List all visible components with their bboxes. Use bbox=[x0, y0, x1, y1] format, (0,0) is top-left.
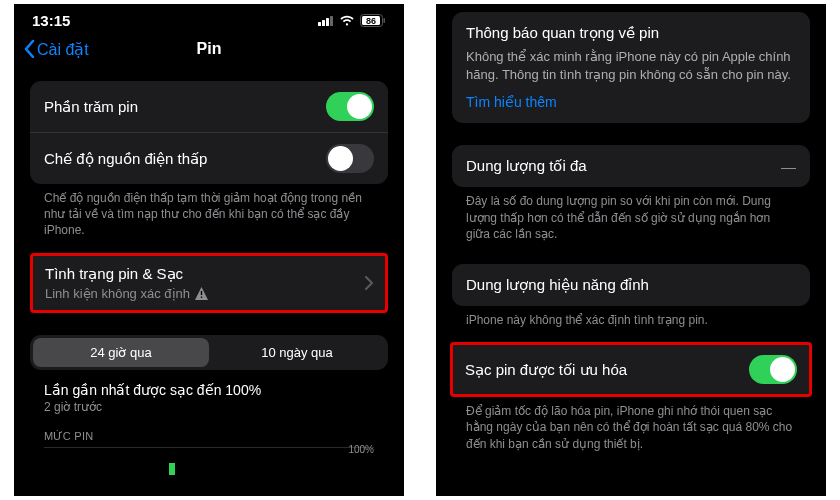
max-capacity-cell[interactable]: Dung lượng tối đa — bbox=[452, 145, 810, 187]
optimized-charging-footer: Để giảm tốc độ lão hóa pin, iPhone ghi n… bbox=[436, 397, 826, 452]
notice-title: Thông báo quan trọng về pin bbox=[466, 24, 796, 42]
battery-health-row[interactable]: Tình trạng pin & Sạc Linh kiện không xác… bbox=[30, 253, 388, 313]
time-range-segment: 24 giờ qua 10 ngày qua bbox=[30, 335, 388, 370]
max-capacity-label: Dung lượng tối đa bbox=[466, 157, 587, 175]
segment-10d[interactable]: 10 ngày qua bbox=[209, 338, 385, 367]
status-time: 13:15 bbox=[32, 12, 70, 29]
nav-bar: Cài đặt Pin bbox=[14, 33, 404, 69]
optimized-charging-label: Sạc pin được tối ưu hóa bbox=[465, 361, 627, 379]
battery-options-section: Phần trăm pin Chế độ nguồn điện thấp bbox=[30, 81, 388, 184]
svg-rect-1 bbox=[322, 20, 325, 26]
battery-indicator: 86 bbox=[360, 14, 386, 27]
learn-more-link[interactable]: Tìm hiểu thêm bbox=[466, 94, 557, 110]
chevron-left-icon bbox=[24, 40, 35, 58]
signal-icon bbox=[318, 15, 334, 26]
max-capacity-footer: Đây là số đo dung lượng pin so với khi p… bbox=[436, 187, 826, 242]
svg-rect-0 bbox=[318, 22, 321, 26]
battery-percentage-row[interactable]: Phần trăm pin bbox=[30, 81, 388, 132]
svg-rect-2 bbox=[326, 18, 329, 26]
battery-level-header: MỨC PIN bbox=[44, 430, 374, 443]
optimized-charging-row[interactable]: Sạc pin được tối ưu hóa bbox=[450, 342, 812, 397]
battery-chart: 100% bbox=[44, 447, 374, 475]
back-label: Cài đặt bbox=[37, 40, 89, 59]
chart-100-label: 100% bbox=[348, 444, 374, 455]
peak-performance-footer: iPhone này không thể xác định tình trạng… bbox=[436, 306, 826, 328]
last-charge-title: Lần gần nhất được sạc đến 100% bbox=[44, 382, 374, 398]
low-power-row[interactable]: Chế độ nguồn điện thấp bbox=[30, 132, 388, 184]
chevron-right-icon bbox=[365, 276, 373, 290]
low-power-label: Chế độ nguồn điện thấp bbox=[44, 150, 207, 168]
notice-body: Không thể xác minh rằng iPhone này có pi… bbox=[466, 48, 796, 84]
svg-rect-3 bbox=[330, 16, 333, 26]
svg-rect-9 bbox=[201, 296, 202, 297]
svg-rect-8 bbox=[201, 291, 202, 295]
optimized-charging-toggle[interactable] bbox=[749, 355, 797, 384]
max-capacity-value: — bbox=[781, 158, 796, 175]
segment-24h[interactable]: 24 giờ qua bbox=[33, 338, 209, 367]
battery-percentage-label: Phần trăm pin bbox=[44, 98, 138, 116]
svg-text:86: 86 bbox=[366, 16, 376, 26]
status-bar: 13:15 86 bbox=[14, 4, 404, 33]
warning-icon bbox=[195, 287, 208, 300]
low-power-toggle[interactable] bbox=[326, 144, 374, 173]
peak-performance-cell[interactable]: Dung lượng hiệu năng đỉnh bbox=[452, 264, 810, 306]
low-power-footer: Chế độ nguồn điện thấp tạm thời giảm hoạ… bbox=[14, 184, 404, 239]
svg-rect-6 bbox=[384, 18, 386, 23]
battery-health-title: Tình trạng pin & Sạc bbox=[45, 265, 208, 283]
back-button[interactable]: Cài đặt bbox=[24, 40, 89, 59]
last-charge-sub: 2 giờ trước bbox=[44, 400, 374, 414]
peak-performance-label: Dung lượng hiệu năng đỉnh bbox=[466, 276, 649, 294]
battery-percentage-toggle[interactable] bbox=[326, 92, 374, 121]
battery-notice: Thông báo quan trọng về pin Không thể xá… bbox=[452, 12, 810, 123]
battery-health-sub: Linh kiện không xác định bbox=[45, 286, 190, 301]
wifi-icon bbox=[339, 15, 355, 26]
